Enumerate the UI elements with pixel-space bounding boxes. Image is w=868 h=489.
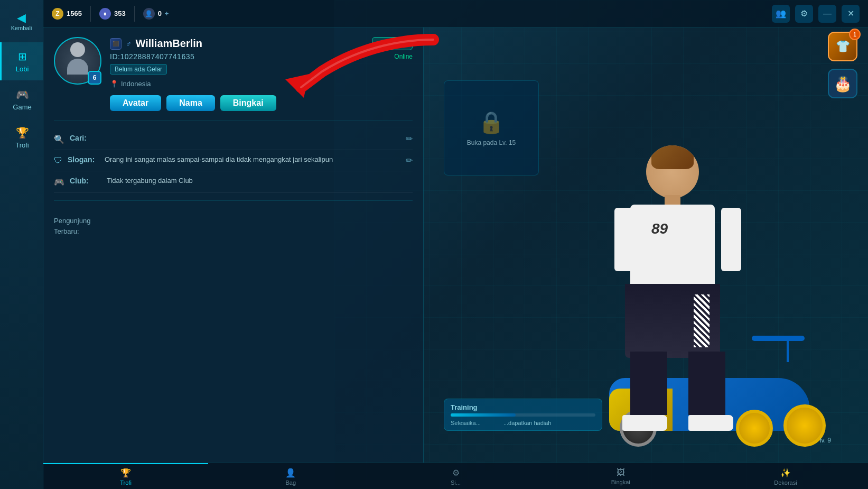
club-value: Tidak tergabung dalam Club: [107, 177, 413, 184]
close-button[interactable]: ✕: [842, 5, 860, 23]
kart-spoiler: [752, 336, 805, 341]
sidebar-item-game[interactable]: 🎮 Game: [0, 80, 43, 118]
profile-info: ⬛ ♂ WilliamBerlin 📋 Copy ID:102288874077…: [110, 37, 413, 111]
action-buttons: Avatar Nama Bingkai: [110, 95, 413, 111]
search-label: Cari:: [70, 134, 101, 142]
gold-value: 1565: [67, 10, 82, 17]
search-row: 🔍 Cari: ✏: [54, 128, 413, 150]
back-label: Kembali: [11, 25, 32, 31]
bottom-tab-si[interactable]: ⚙ Si...: [373, 463, 538, 490]
copy-label: Copy: [390, 40, 406, 48]
slogan-label: Slogan:: [68, 155, 99, 164]
trofi-tab-icon: 🏆: [120, 468, 131, 478]
currency-diamond: ♦ 353: [99, 8, 126, 20]
copy-button[interactable]: 📋 Copy: [372, 37, 413, 50]
top-bar: Z 1565 ♦ 353 👤 0 + 👥 ⚙ — ✕: [43, 0, 868, 27]
gender-icon: ♂: [126, 40, 132, 48]
shirt-badge: 1: [849, 29, 861, 40]
visitors-title-line2: Terbaru:: [54, 227, 79, 235]
profile-header: 6 ⬛ ♂ WilliamBerlin 📋 Copy ID:1022888740…: [54, 37, 413, 111]
char-hair: [651, 145, 694, 169]
minus-button[interactable]: —: [818, 5, 836, 23]
separator-1: [90, 6, 91, 22]
bingkai-tab-label: Bingkai: [611, 479, 630, 485]
avatar-button[interactable]: Avatar: [110, 95, 161, 111]
back-button[interactable]: ◀ Kembali: [6, 5, 38, 37]
bottom-tab-bingkai[interactable]: 🖼 Bingkai: [538, 463, 703, 490]
bingkai-button[interactable]: Bingkai: [220, 95, 276, 111]
zero-value: 0: [158, 10, 162, 17]
online-badge: Online: [394, 53, 413, 60]
location-value: Indonesia: [121, 80, 151, 88]
trofi-icon: 🏆: [16, 126, 29, 139]
training-bar: [451, 413, 595, 417]
dekorasi-tab-icon: ✨: [780, 468, 791, 478]
bag-tab-label: Bag: [286, 479, 296, 486]
user-id: ID:10228887407741635: [110, 52, 194, 61]
si-tab-label: Si...: [451, 479, 461, 486]
top-bar-right: 👥 ⚙ — ✕: [772, 5, 860, 23]
game-icon: 🎮: [16, 88, 29, 101]
diamond-icon: ♦: [99, 8, 111, 20]
trofi-tab-label: Trofi: [120, 479, 132, 486]
char-head: [646, 145, 699, 198]
currency-gold: Z 1565: [52, 8, 82, 20]
slogan-icon: 🛡: [54, 156, 62, 165]
bottom-tab-bag[interactable]: 👤 Bag: [208, 463, 373, 490]
lock-card: 🔒 Buka pada Lv. 15: [444, 80, 539, 176]
separator-2: [134, 6, 135, 22]
kart-lv-tag: lv. 9: [820, 437, 831, 444]
char-leg-right: [688, 352, 725, 415]
slogan-edit-icon[interactable]: ✏: [406, 155, 413, 165]
club-row: 🎮 Club: Tidak tergabung dalam Club: [54, 171, 413, 193]
club-label: Club:: [70, 177, 101, 185]
zero-plus: +: [165, 10, 169, 17]
char-stripe: [694, 294, 710, 347]
lobi-icon: ⊞: [18, 50, 27, 63]
trofi-label: Trofi: [15, 141, 29, 149]
shirt-area: 👕 1: [828, 32, 857, 61]
user-id-row: ID:10228887407741635 Online: [110, 52, 413, 61]
copy-icon: 📋: [379, 40, 387, 48]
bottom-nav: 🏆 Trofi 👤 Bag ⚙ Si... 🖼 Bingkai ✨ Dekora…: [43, 463, 868, 489]
settings-button[interactable]: ⚙: [795, 5, 813, 23]
level-value: 6: [93, 74, 97, 81]
char-arm-left: [614, 208, 634, 271]
char-shoe-right: [688, 415, 733, 431]
diamond-value: 353: [114, 10, 126, 17]
visitors-section: Pengunjung Terbaru:: [54, 208, 413, 236]
settings-icon: ⚙: [800, 8, 808, 19]
sidebar-item-lobi[interactable]: ⊞ Lobi: [0, 42, 43, 80]
visitors-title-line1: Pengunjung: [54, 217, 90, 225]
char-shirt: 89: [630, 205, 715, 289]
bottom-tab-trofi[interactable]: 🏆 Trofi: [43, 463, 208, 490]
currency-zero: 👤 0 +: [143, 8, 169, 20]
char-arm-right: [721, 208, 741, 271]
character-figure: 89: [614, 145, 741, 431]
slogan-row: 🛡 Slogan: Orang ini sangat malas sampai-…: [54, 150, 413, 171]
level-badge: 6: [88, 71, 101, 85]
search-edit-icon[interactable]: ✏: [406, 134, 413, 144]
training-desc-text1: Selesaika...: [451, 420, 481, 426]
username: WilliamBerlin: [136, 38, 203, 50]
nama-button[interactable]: Nama: [166, 95, 215, 111]
shirt-icon[interactable]: 👕 1: [828, 32, 857, 61]
lobi-label: Lobi: [16, 65, 29, 73]
cake-icon[interactable]: 🎂: [828, 69, 857, 98]
training-desc: Selesaika... ...dapatkan hadiah: [451, 420, 595, 426]
gold-icon: Z: [52, 8, 63, 20]
bottom-tab-dekorasi[interactable]: ✨ Dekorasi: [703, 463, 868, 490]
lock-icon: 🔒: [478, 110, 505, 135]
divider-1: [54, 121, 413, 121]
location-row: 📍 Indonesia: [110, 80, 413, 88]
training-desc-text2: ...dapatkan hadiah: [503, 420, 552, 426]
lock-text: Buka pada Lv. 15: [467, 139, 516, 146]
slogan-value: Orang ini sangat malas sampai-sampai dia…: [105, 155, 400, 163]
sidebar-item-trofi[interactable]: 🏆 Trofi: [0, 118, 43, 156]
people-button[interactable]: 👥: [772, 5, 790, 23]
char-shoe-left: [622, 415, 667, 431]
club-icon: 🎮: [54, 177, 64, 187]
char-leg-left: [630, 352, 667, 415]
search-icon: 🔍: [54, 134, 64, 144]
location-pin-icon: 📍: [110, 80, 118, 88]
